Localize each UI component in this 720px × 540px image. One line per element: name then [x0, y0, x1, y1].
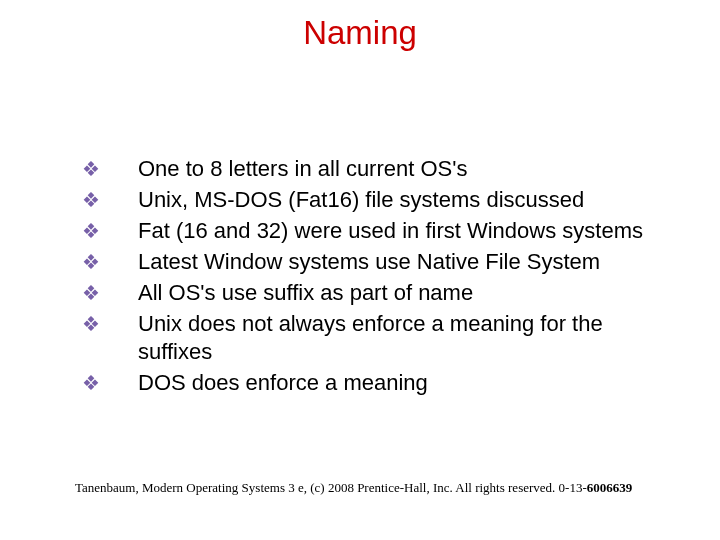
diamond-bullet-icon: ❖ — [82, 369, 100, 397]
list-item: ❖ Fat (16 and 32) were used in first Win… — [82, 217, 670, 245]
bullet-text: Unix does not always enforce a meaning f… — [138, 311, 603, 364]
diamond-bullet-icon: ❖ — [82, 248, 100, 276]
diamond-bullet-icon: ❖ — [82, 279, 100, 307]
list-item: ❖ One to 8 letters in all current OS's — [82, 155, 670, 183]
bullet-text: One to 8 letters in all current OS's — [138, 156, 467, 181]
bullet-text: All OS's use suffix as part of name — [138, 280, 473, 305]
diamond-bullet-icon: ❖ — [82, 186, 100, 214]
list-item: ❖ Latest Window systems use Native File … — [82, 248, 670, 276]
diamond-bullet-icon: ❖ — [82, 217, 100, 245]
slide-title: Naming — [0, 14, 720, 52]
bullet-text: DOS does enforce a meaning — [138, 370, 428, 395]
list-item: ❖ All OS's use suffix as part of name — [82, 279, 670, 307]
list-item: ❖ DOS does enforce a meaning — [82, 369, 670, 397]
footer-text: Tanenbaum, Modern Operating Systems 3 e,… — [75, 480, 587, 495]
bullet-text: Unix, MS-DOS (Fat16) file systems discus… — [138, 187, 584, 212]
slide: Naming ❖ One to 8 letters in all current… — [0, 0, 720, 540]
footer-isbn-bold: 6006639 — [587, 480, 633, 495]
diamond-bullet-icon: ❖ — [82, 155, 100, 183]
slide-footer: Tanenbaum, Modern Operating Systems 3 e,… — [75, 480, 632, 496]
bullet-text: Fat (16 and 32) were used in first Windo… — [138, 218, 643, 243]
list-item: ❖ Unix does not always enforce a meaning… — [82, 310, 670, 366]
diamond-bullet-icon: ❖ — [82, 310, 100, 338]
bullet-text: Latest Window systems use Native File Sy… — [138, 249, 600, 274]
bullet-list: ❖ One to 8 letters in all current OS's ❖… — [82, 155, 670, 397]
list-item: ❖ Unix, MS-DOS (Fat16) file systems disc… — [82, 186, 670, 214]
slide-body: ❖ One to 8 letters in all current OS's ❖… — [82, 155, 670, 400]
